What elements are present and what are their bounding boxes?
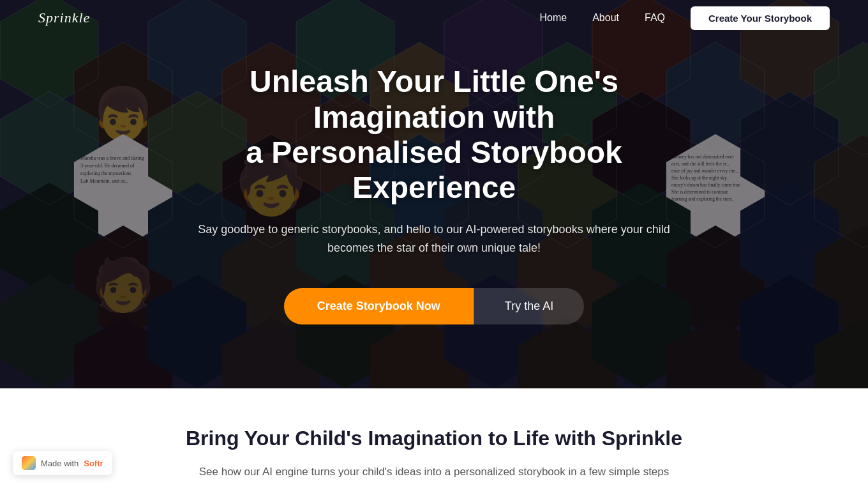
hero-section: 👦: [0, 0, 868, 388]
below-hero-section: Bring Your Child's Imagination to Life w…: [0, 388, 868, 488]
softr-logo-icon: [22, 456, 36, 470]
softr-brand-name: Softr: [84, 459, 103, 468]
navbar: Sprinkle Home About FAQ Create Your Stor…: [0, 0, 868, 36]
hero-buttons: Create Storybook Now Try the AI: [198, 288, 670, 324]
hero-title-line2: a Personalised Storybook Experience: [246, 135, 622, 204]
section-subtitle: See how our AI engine turns your child's…: [102, 463, 766, 480]
nav-about[interactable]: About: [592, 12, 619, 24]
logo-text: Sprinkle: [38, 10, 90, 26]
hero-title-line1: Unleash Your Little One's Imagination wi…: [250, 65, 618, 133]
hero-subtitle: Say goodbye to generic storybooks, and h…: [198, 220, 670, 257]
logo: Sprinkle: [38, 10, 90, 26]
hero-content: Unleash Your Little One's Imagination wi…: [185, 64, 683, 324]
try-ai-button[interactable]: Try the AI: [474, 288, 584, 324]
nav-links: Home About FAQ Create Your Storybook: [540, 6, 830, 30]
hero-title: Unleash Your Little One's Imagination wi…: [198, 64, 670, 205]
nav-cta-button[interactable]: Create Your Storybook: [691, 6, 830, 30]
softr-badge[interactable]: Made with Softr: [13, 451, 112, 475]
nav-faq[interactable]: FAQ: [645, 12, 665, 24]
nav-home[interactable]: Home: [540, 12, 567, 24]
section-title: Bring Your Child's Imagination to Life w…: [102, 427, 766, 450]
softr-made-with-text: Made with: [41, 459, 79, 468]
create-storybook-button[interactable]: Create Storybook Now: [284, 288, 474, 324]
